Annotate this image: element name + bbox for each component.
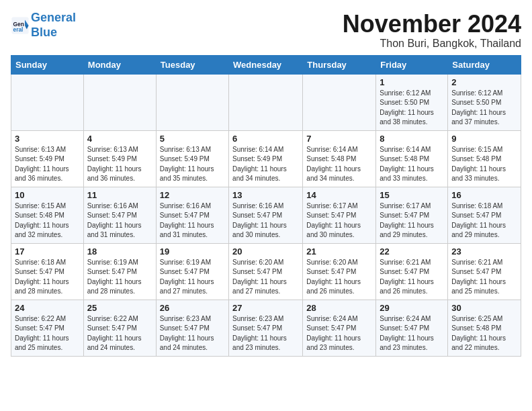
day-number: 19 <box>160 246 225 257</box>
day-info: Sunrise: 6:14 AM Sunset: 5:49 PM Dayligh… <box>232 145 299 184</box>
day-info: Sunrise: 6:19 AM Sunset: 5:47 PM Dayligh… <box>160 258 225 297</box>
calendar-cell: 8Sunrise: 6:14 AM Sunset: 5:48 PM Daylig… <box>376 130 448 187</box>
day-number: 26 <box>160 303 225 313</box>
calendar-cell: 3Sunrise: 6:13 AM Sunset: 5:49 PM Daylig… <box>11 130 84 187</box>
day-number: 10 <box>15 190 80 200</box>
day-number: 6 <box>232 134 299 144</box>
day-info: Sunrise: 6:14 AM Sunset: 5:48 PM Dayligh… <box>306 145 372 184</box>
day-info: Sunrise: 6:16 AM Sunset: 5:47 PM Dayligh… <box>232 201 299 240</box>
calendar-cell <box>83 74 156 130</box>
title-area: November 2024 Thon Buri, Bangkok, Thaila… <box>343 11 521 50</box>
day-info: Sunrise: 6:24 AM Sunset: 5:47 PM Dayligh… <box>306 314 372 353</box>
day-number: 23 <box>451 246 517 257</box>
day-number: 17 <box>15 246 80 257</box>
day-info: Sunrise: 6:21 AM Sunset: 5:47 PM Dayligh… <box>380 258 444 297</box>
calendar-cell: 19Sunrise: 6:19 AM Sunset: 5:47 PM Dayli… <box>156 243 228 300</box>
calendar-cell: 26Sunrise: 6:23 AM Sunset: 5:47 PM Dayli… <box>156 300 228 356</box>
day-number: 30 <box>451 303 517 313</box>
calendar-cell: 15Sunrise: 6:17 AM Sunset: 5:47 PM Dayli… <box>376 187 448 243</box>
logo: Gen eral GeneralBlue <box>11 11 76 40</box>
day-number: 29 <box>380 303 444 313</box>
day-info: Sunrise: 6:13 AM Sunset: 5:49 PM Dayligh… <box>15 145 80 184</box>
day-number: 22 <box>380 246 444 257</box>
calendar-week-2: 3Sunrise: 6:13 AM Sunset: 5:49 PM Daylig… <box>11 130 521 187</box>
calendar-cell: 14Sunrise: 6:17 AM Sunset: 5:47 PM Dayli… <box>303 187 376 243</box>
calendar-cell: 2Sunrise: 6:12 AM Sunset: 5:50 PM Daylig… <box>448 74 521 130</box>
header-tuesday: Tuesday <box>156 55 228 74</box>
calendar-cell: 23Sunrise: 6:21 AM Sunset: 5:47 PM Dayli… <box>448 243 521 300</box>
day-info: Sunrise: 6:16 AM Sunset: 5:47 PM Dayligh… <box>87 201 152 240</box>
day-info: Sunrise: 6:23 AM Sunset: 5:47 PM Dayligh… <box>160 314 225 353</box>
day-number: 13 <box>232 190 299 200</box>
day-info: Sunrise: 6:18 AM Sunset: 5:47 PM Dayligh… <box>451 201 517 240</box>
calendar-cell: 5Sunrise: 6:13 AM Sunset: 5:49 PM Daylig… <box>156 130 228 187</box>
day-info: Sunrise: 6:15 AM Sunset: 5:48 PM Dayligh… <box>15 201 80 240</box>
day-info: Sunrise: 6:15 AM Sunset: 5:48 PM Dayligh… <box>451 145 517 184</box>
calendar-cell: 1Sunrise: 6:12 AM Sunset: 5:50 PM Daylig… <box>376 74 448 130</box>
calendar-cell: 28Sunrise: 6:24 AM Sunset: 5:47 PM Dayli… <box>303 300 376 356</box>
calendar-table: SundayMondayTuesdayWednesdayThursdayFrid… <box>11 55 521 357</box>
day-info: Sunrise: 6:22 AM Sunset: 5:47 PM Dayligh… <box>15 314 80 353</box>
calendar-cell: 11Sunrise: 6:16 AM Sunset: 5:47 PM Dayli… <box>83 187 156 243</box>
day-info: Sunrise: 6:24 AM Sunset: 5:47 PM Dayligh… <box>380 314 444 353</box>
day-number: 15 <box>380 190 444 200</box>
day-info: Sunrise: 6:22 AM Sunset: 5:47 PM Dayligh… <box>87 314 152 353</box>
day-info: Sunrise: 6:20 AM Sunset: 5:47 PM Dayligh… <box>232 258 299 297</box>
calendar-cell: 24Sunrise: 6:22 AM Sunset: 5:47 PM Dayli… <box>11 300 84 356</box>
calendar-week-1: 1Sunrise: 6:12 AM Sunset: 5:50 PM Daylig… <box>11 74 521 130</box>
day-number: 21 <box>306 246 372 257</box>
calendar-cell: 25Sunrise: 6:22 AM Sunset: 5:47 PM Dayli… <box>83 300 156 356</box>
day-number: 3 <box>15 134 80 144</box>
day-info: Sunrise: 6:13 AM Sunset: 5:49 PM Dayligh… <box>87 145 152 184</box>
calendar-cell <box>229 74 303 130</box>
day-number: 24 <box>15 303 80 313</box>
day-number: 2 <box>451 77 517 87</box>
day-number: 5 <box>160 134 225 144</box>
header-friday: Friday <box>376 55 448 74</box>
calendar-cell: 22Sunrise: 6:21 AM Sunset: 5:47 PM Dayli… <box>376 243 448 300</box>
month-title: November 2024 <box>343 11 521 38</box>
day-number: 7 <box>306 134 372 144</box>
day-number: 9 <box>451 134 517 144</box>
day-number: 18 <box>87 246 152 257</box>
calendar-cell: 12Sunrise: 6:16 AM Sunset: 5:47 PM Dayli… <box>156 187 228 243</box>
header-thursday: Thursday <box>303 55 376 74</box>
calendar-cell: 30Sunrise: 6:25 AM Sunset: 5:48 PM Dayli… <box>448 300 521 356</box>
day-number: 28 <box>306 303 372 313</box>
day-number: 11 <box>87 190 152 200</box>
logo-text: GeneralBlue <box>31 11 76 40</box>
calendar-week-3: 10Sunrise: 6:15 AM Sunset: 5:48 PM Dayli… <box>11 187 521 243</box>
day-info: Sunrise: 6:25 AM Sunset: 5:48 PM Dayligh… <box>451 314 517 353</box>
day-info: Sunrise: 6:14 AM Sunset: 5:48 PM Dayligh… <box>380 145 444 184</box>
calendar-cell: 20Sunrise: 6:20 AM Sunset: 5:47 PM Dayli… <box>229 243 303 300</box>
day-number: 1 <box>380 77 444 87</box>
calendar-week-4: 17Sunrise: 6:18 AM Sunset: 5:47 PM Dayli… <box>11 243 521 300</box>
day-info: Sunrise: 6:13 AM Sunset: 5:49 PM Dayligh… <box>160 145 225 184</box>
day-number: 25 <box>87 303 152 313</box>
day-number: 14 <box>306 190 372 200</box>
logo-icon: Gen eral <box>11 16 30 35</box>
day-number: 16 <box>451 190 517 200</box>
day-info: Sunrise: 6:21 AM Sunset: 5:47 PM Dayligh… <box>451 258 517 297</box>
page-header: Gen eral GeneralBlue November 2024 Thon … <box>11 11 521 50</box>
location-title: Thon Buri, Bangkok, Thailand <box>343 38 521 50</box>
calendar-cell <box>156 74 228 130</box>
calendar-cell: 10Sunrise: 6:15 AM Sunset: 5:48 PM Dayli… <box>11 187 84 243</box>
calendar-cell: 4Sunrise: 6:13 AM Sunset: 5:49 PM Daylig… <box>83 130 156 187</box>
calendar-cell: 16Sunrise: 6:18 AM Sunset: 5:47 PM Dayli… <box>448 187 521 243</box>
calendar-header-row: SundayMondayTuesdayWednesdayThursdayFrid… <box>11 55 521 74</box>
day-info: Sunrise: 6:16 AM Sunset: 5:47 PM Dayligh… <box>160 201 225 240</box>
calendar-cell: 9Sunrise: 6:15 AM Sunset: 5:48 PM Daylig… <box>448 130 521 187</box>
header-sunday: Sunday <box>11 55 84 74</box>
calendar-cell: 18Sunrise: 6:19 AM Sunset: 5:47 PM Dayli… <box>83 243 156 300</box>
day-number: 8 <box>380 134 444 144</box>
day-number: 27 <box>232 303 299 313</box>
day-info: Sunrise: 6:23 AM Sunset: 5:47 PM Dayligh… <box>232 314 299 353</box>
header-saturday: Saturday <box>448 55 521 74</box>
header-monday: Monday <box>83 55 156 74</box>
day-info: Sunrise: 6:20 AM Sunset: 5:47 PM Dayligh… <box>306 258 372 297</box>
day-info: Sunrise: 6:18 AM Sunset: 5:47 PM Dayligh… <box>15 258 80 297</box>
calendar-cell: 7Sunrise: 6:14 AM Sunset: 5:48 PM Daylig… <box>303 130 376 187</box>
calendar-cell: 27Sunrise: 6:23 AM Sunset: 5:47 PM Dayli… <box>229 300 303 356</box>
calendar-cell: 17Sunrise: 6:18 AM Sunset: 5:47 PM Dayli… <box>11 243 84 300</box>
